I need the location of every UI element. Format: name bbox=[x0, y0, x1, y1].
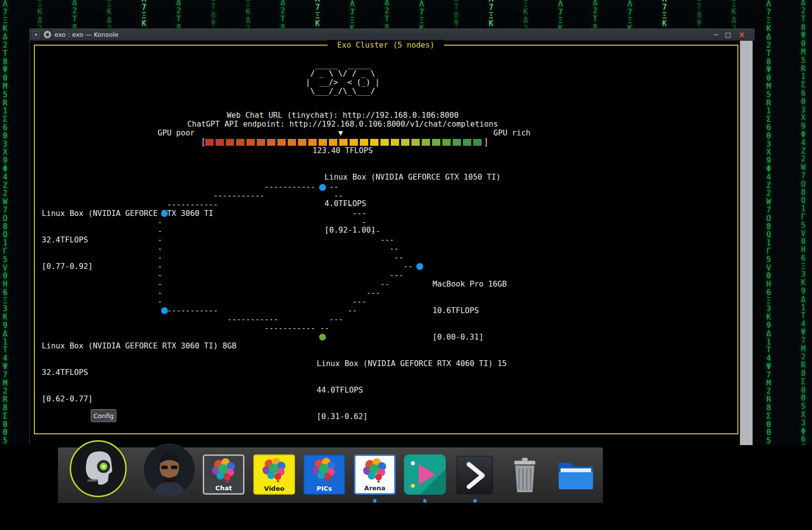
node-tflops: 10.6TFLOPS bbox=[433, 306, 507, 315]
media-app-icon[interactable] bbox=[404, 454, 446, 495]
chevron-app-icon[interactable] bbox=[457, 456, 493, 494]
desktop: Λ7ΞK Δ2T8Ψ0M5R1Σ6Θ3X9Φ4Z2W7Ω8Q1Γ5V0H6Ξ3K… bbox=[0, 0, 812, 530]
arena-app-label: Arena bbox=[355, 484, 394, 492]
gauge-square bbox=[288, 139, 296, 146]
gauge-square bbox=[308, 139, 317, 146]
node-range: [0.31-0.62] bbox=[317, 412, 507, 421]
gauge-square bbox=[298, 139, 306, 146]
node-dot bbox=[319, 184, 326, 191]
node-dot bbox=[161, 210, 168, 217]
gauge-square bbox=[401, 139, 409, 146]
node-label: Linux Box (NVIDIA GEFORCE GTX 1050 TI) 4… bbox=[325, 155, 501, 252]
gauge-square bbox=[236, 139, 244, 146]
cluster-frame-title: Exo Cluster (5 nodes) bbox=[327, 40, 444, 50]
node-tflops: 32.4TFLOPS bbox=[42, 368, 237, 377]
node-range: [0.77-0.92] bbox=[42, 262, 213, 271]
gpu-poor-label: GPU poor bbox=[158, 129, 195, 137]
node-range: [0.62-0.77] bbox=[42, 395, 237, 403]
tab-chevron-icon[interactable]: > bbox=[32, 31, 40, 38]
node-name: Linux Box (NVIDIA GEFORCE RTX 3060 TI) 8… bbox=[42, 342, 237, 350]
exo-ascii-logo: _____ _____ / _ \ \/ / _ \ | __/> < (_) … bbox=[305, 60, 379, 96]
maximize-button[interactable]: □ bbox=[723, 29, 733, 41]
robot-avatar-icon[interactable] bbox=[70, 440, 127, 497]
node-label: Linux Box (NVIDIA GEFORCE RTX 3060 TI 32… bbox=[42, 191, 213, 289]
trash-icon[interactable] bbox=[509, 456, 541, 494]
gauge-square bbox=[319, 139, 327, 146]
running-indicator-dot bbox=[423, 499, 427, 503]
node-label: Linux Box (NVIDIA GEFORCE RTX 3060 TI) 8… bbox=[42, 324, 237, 421]
gauge-square bbox=[442, 139, 451, 146]
gauge-square bbox=[473, 139, 482, 146]
dock: Chat Video PICs Arena bbox=[58, 448, 603, 503]
node-name: Linux Box (NVIDIA GEFORCE RTX 4060 TI) 1… bbox=[317, 359, 507, 368]
gauge-square bbox=[216, 139, 224, 146]
file-manager-folder-icon[interactable] bbox=[557, 458, 595, 491]
pics-app-icon[interactable]: PICs bbox=[303, 454, 345, 495]
gauge-square bbox=[360, 139, 368, 146]
window-titlebar[interactable]: > exo : exo — Konsole − □ × bbox=[30, 29, 754, 41]
gauge-right-bracket: ] bbox=[484, 137, 488, 147]
node-range: [0.92-1.00] bbox=[325, 226, 501, 235]
web-chat-url-line: Web Chat URL (tinychat): http://192.168.… bbox=[227, 111, 459, 120]
running-indicator-dot bbox=[373, 499, 377, 503]
terminal-scrollbar[interactable] bbox=[740, 41, 753, 445]
node-name: MacBook Pro 16GB bbox=[433, 280, 507, 289]
konsole-app-icon-core bbox=[46, 33, 49, 36]
minimize-button[interactable]: − bbox=[711, 29, 722, 41]
node-dot bbox=[161, 307, 168, 314]
terminal-content: Exo Cluster (5 nodes) _____ _____ / _ \ … bbox=[30, 41, 755, 445]
chat-app-icon[interactable]: Chat bbox=[203, 454, 244, 495]
gauge-square bbox=[267, 139, 275, 146]
running-indicator-dot bbox=[473, 499, 477, 503]
node-dot bbox=[416, 263, 423, 270]
arena-app-icon[interactable]: Arena bbox=[354, 454, 396, 495]
video-app-label: Video bbox=[254, 485, 294, 492]
gauge-square bbox=[205, 139, 214, 146]
close-button[interactable]: × bbox=[736, 29, 747, 41]
chat-app-label: Chat bbox=[204, 484, 243, 492]
total-tflops: 123.40 TFLOPS bbox=[313, 146, 373, 155]
node-range: [0.00-0.31] bbox=[433, 333, 507, 342]
gauge-marker-icon: ▼ bbox=[338, 129, 343, 137]
node-name: Linux Box (NVIDIA GEFORCE GTX 1050 TI) bbox=[325, 173, 501, 182]
gauge-square bbox=[391, 139, 399, 146]
gauge-square bbox=[432, 139, 440, 146]
config-button[interactable]: Config bbox=[91, 409, 116, 422]
node-dot bbox=[319, 334, 326, 341]
gauge-square bbox=[350, 139, 358, 146]
gauge-square bbox=[411, 139, 420, 146]
node-label: Linux Box (NVIDIA GEFORCE RTX 4060 TI) 1… bbox=[317, 342, 507, 439]
video-app-icon[interactable]: Video bbox=[253, 454, 295, 495]
gauge-square bbox=[453, 139, 461, 146]
pics-app-label: PICs bbox=[304, 485, 344, 492]
gauge-square bbox=[422, 139, 430, 146]
gpu-gauge bbox=[205, 139, 482, 146]
node-tflops: 44.0TFLOPS bbox=[317, 386, 507, 395]
gauge-square bbox=[277, 139, 286, 146]
gauge-square bbox=[226, 139, 234, 146]
node-tflops: 32.4TFLOPS bbox=[42, 236, 213, 244]
gauge-square bbox=[339, 139, 348, 146]
node-name: Linux Box (NVIDIA GEFORCE RTX 3060 TI bbox=[42, 209, 213, 218]
window-title: exo : exo — Konsole bbox=[54, 29, 118, 41]
person-avatar-icon[interactable] bbox=[143, 444, 195, 496]
gauge-square bbox=[380, 139, 389, 146]
gauge-square bbox=[329, 139, 337, 146]
gauge-square bbox=[257, 139, 265, 146]
gpu-rich-label: GPU rich bbox=[493, 129, 531, 137]
gauge-square bbox=[246, 139, 255, 146]
gauge-square bbox=[370, 139, 379, 146]
node-tflops: 4.0TFLOPS bbox=[325, 199, 501, 208]
konsole-window: > exo : exo — Konsole − □ × Exo Cluster … bbox=[29, 28, 755, 445]
konsole-app-icon bbox=[44, 31, 51, 38]
gauge-square bbox=[463, 139, 471, 146]
api-endpoint-line: ChatGPT API endpoint: http://192.168.0.1… bbox=[188, 120, 498, 129]
